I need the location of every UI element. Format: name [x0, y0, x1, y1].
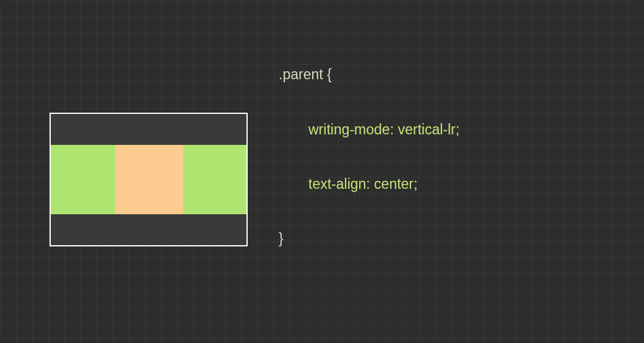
parent-prop: writing-mode: vertical-lr; — [279, 121, 459, 139]
layout-diagram-middle — [51, 145, 246, 214]
css-code-block: .parent { writing-mode: vertical-lr; tex… — [279, 11, 480, 343]
layout-diagram-parent — [50, 113, 248, 246]
layout-diagram-child — [115, 145, 183, 214]
parent-selector: .parent { — [279, 66, 480, 84]
parent-close: } — [279, 230, 480, 248]
parent-prop: text-align: center; — [279, 175, 417, 193]
